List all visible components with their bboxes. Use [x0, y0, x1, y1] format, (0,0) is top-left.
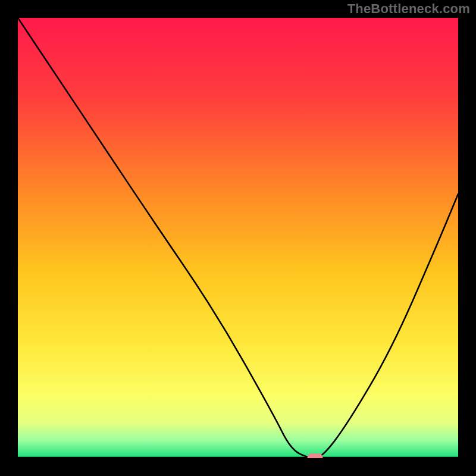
- bottleneck-chart: [18, 18, 458, 458]
- chart-stage: TheBottleneck.com: [0, 0, 476, 476]
- watermark: TheBottleneck.com: [347, 1, 470, 17]
- plot-area: [18, 18, 458, 458]
- optimal-marker: [308, 453, 323, 458]
- gradient-background: [18, 18, 458, 458]
